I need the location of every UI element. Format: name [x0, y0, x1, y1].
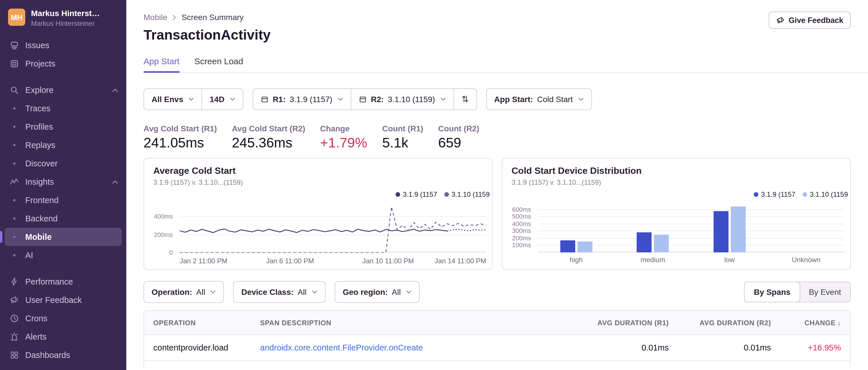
give-feedback-label: Give Feedback — [788, 16, 843, 24]
sidebar-item-insights[interactable]: Insights — [0, 173, 126, 191]
chart-title: Cold Start Device Distribution — [512, 166, 841, 176]
toggle-by-spans[interactable]: By Spans — [744, 282, 800, 302]
avg-cold-start-plot: 400ms200ms0 Jan 2 11:00 PMJan 6 11:00 PM… — [153, 202, 486, 253]
period-filter-label: 14D — [210, 95, 224, 104]
sidebar-item-label: Traces — [25, 104, 51, 113]
sidebar-item-performance[interactable]: Performance — [0, 272, 126, 291]
legend-item-r1[interactable]: 3.1.9 (1157 — [395, 191, 437, 199]
sidebar-item-label: Releases — [25, 369, 60, 370]
chevron-down-icon — [210, 290, 216, 294]
insights-icon — [9, 177, 20, 187]
sidebar-item-replays[interactable]: Replays — [0, 136, 126, 154]
sidebar-item-label: Dashboards — [25, 350, 70, 360]
sidebar-item-label: Frontend — [25, 196, 59, 205]
bullet-icon — [9, 126, 20, 128]
sidebar-item-profiles[interactable]: Profiles — [0, 117, 126, 136]
release-r1-button[interactable]: R1: 3.1.9 (1157) — [253, 89, 351, 109]
sidebar-item-label: Issues — [25, 41, 50, 50]
operation-filter-group: Operation: All — [144, 281, 224, 303]
swap-releases-button[interactable]: ⇅ — [454, 89, 476, 109]
app-start-label: App Start: — [494, 95, 533, 104]
megaphone-icon — [9, 295, 20, 305]
x-axis-labels: highmediumlowUnknown — [538, 256, 844, 265]
chevron-down-icon — [312, 290, 317, 294]
stat-label: Count (R1) — [382, 124, 423, 133]
toggle-by-event[interactable]: By Event — [800, 282, 850, 302]
stat-value: 241.05ms — [144, 135, 217, 151]
env-filter-label: All Envs — [152, 95, 183, 104]
legend-dot — [395, 192, 400, 197]
geo-region-filter-value: All — [392, 288, 401, 297]
org-user-menu[interactable]: MH Markus Hinterst… Markus Hintersteiner — [0, 0, 126, 35]
device-class-filter-button[interactable]: Device Class: All — [234, 282, 325, 302]
tab-screen-load[interactable]: Screen Load — [194, 56, 243, 72]
env-filter-button[interactable]: All Envs — [144, 89, 202, 109]
sidebar-item-ai[interactable]: AI — [0, 246, 126, 264]
geo-region-filter-group: Geo region: All — [335, 281, 420, 303]
column-header-avg-duration-r1[interactable]: AVG DURATION (R1) — [567, 319, 669, 327]
sidebar-item-alerts[interactable]: Alerts — [0, 328, 126, 346]
user-texts: Markus Hinterst… Markus Hintersteiner — [31, 9, 100, 28]
chevron-down-icon — [578, 98, 584, 101]
column-header-span-description[interactable]: SPAN DESCRIPTION — [260, 319, 567, 327]
sidebar-item-frontend[interactable]: Frontend — [0, 191, 126, 209]
sidebar-item-label: Profiles — [25, 122, 53, 131]
app-start-type-button[interactable]: App Start: Cold Start — [487, 89, 591, 109]
chevron-down-icon — [440, 98, 446, 101]
geo-region-filter-button[interactable]: Geo region: All — [335, 282, 419, 302]
legend-item-r2[interactable]: 3.1.10 (1159 — [444, 191, 490, 199]
device-class-filter-value: All — [298, 288, 307, 297]
column-header-avg-duration-r2[interactable]: AVG DURATION (R2) — [669, 319, 771, 327]
sidebar-item-backend[interactable]: Backend — [0, 209, 126, 228]
breadcrumb-current: Screen Summary — [182, 12, 244, 22]
release-r2-button[interactable]: R2: 3.1.10 (1159) — [351, 89, 454, 109]
stat-change: Change +1.79% — [320, 124, 367, 151]
sidebar-item-explore[interactable]: Explore — [0, 81, 126, 99]
org-name: Markus Hinterst… — [31, 9, 100, 18]
swap-arrows-icon: ⇅ — [462, 94, 469, 104]
sidebar-item-user-feedback[interactable]: User Feedback — [0, 291, 126, 309]
stat-label: Avg Cold Start (R2) — [232, 124, 305, 133]
sidebar-item-traces[interactable]: Traces — [0, 99, 126, 117]
legend-item-r2[interactable]: 3.1.10 (1159 — [802, 191, 848, 199]
operation-filter-value: All — [196, 288, 205, 297]
tab-bar: App Start Screen Load — [144, 56, 868, 73]
chart-title: Average Cold Start — [153, 166, 483, 176]
sidebar-item-issues[interactable]: Issues — [0, 36, 126, 55]
stat-label: Avg Cold Start (R1) — [144, 124, 217, 133]
nav-divider — [0, 73, 126, 81]
sidebar-item-label: User Feedback — [25, 295, 82, 305]
device-distribution-plot: 600ms500ms400ms300ms200ms100ms highmediu… — [512, 202, 844, 253]
active-accent-bar — [0, 231, 2, 243]
device-distribution-card: Cold Start Device Distribution 3.1.9 (11… — [502, 158, 851, 270]
screen-summary-page: MH Markus Hinterst… Markus Hintersteiner… — [0, 0, 868, 370]
cell-change: +16.95% — [771, 343, 841, 352]
sidebar-item-label: Projects — [25, 59, 55, 68]
period-filter-button[interactable]: 14D — [202, 89, 243, 109]
spans-table: OPERATION SPAN DESCRIPTION AVG DURATION … — [144, 310, 851, 368]
sidebar-item-mobile[interactable]: Mobile — [5, 228, 122, 246]
sidebar-item-projects[interactable]: Projects — [0, 55, 126, 73]
sidebar-item-dashboards[interactable]: Dashboards — [0, 346, 126, 364]
legend-label: 3.1.9 (1157 — [761, 191, 795, 199]
sidebar-item-discover[interactable]: Discover — [0, 154, 126, 173]
give-feedback-button[interactable]: Give Feedback — [768, 11, 851, 29]
sidebar-item-crons[interactable]: Crons — [0, 309, 126, 328]
column-header-change[interactable]: CHANGE↓ — [771, 319, 841, 327]
span-filter-bar: Operation: All Device Class: All Geo reg… — [144, 281, 851, 303]
nav-divider — [0, 264, 126, 272]
tab-app-start[interactable]: App Start — [144, 56, 179, 72]
x-axis-labels: Jan 2 11:00 PMJan 6 11:00 PMJan 10 11:00… — [180, 256, 486, 265]
bullet-icon — [9, 144, 20, 146]
column-header-operation[interactable]: OPERATION — [153, 319, 260, 327]
issues-icon — [9, 41, 20, 50]
bullet-icon — [9, 107, 20, 109]
legend-item-r1[interactable]: 3.1.9 (1157 — [753, 191, 795, 199]
cell-span-description-link[interactable]: androidx.core.content.FileProvider.onCre… — [260, 343, 567, 352]
sidebar-item-releases[interactable]: Releases — [0, 364, 126, 370]
table-row[interactable]: contentprovider.load androidx.core.conte… — [144, 335, 850, 360]
device-class-filter-label: Device Class: — [241, 288, 293, 297]
table-row-partial[interactable] — [144, 360, 850, 368]
operation-filter-button[interactable]: Operation: All — [144, 282, 224, 302]
breadcrumb-mobile[interactable]: Mobile — [144, 12, 167, 22]
